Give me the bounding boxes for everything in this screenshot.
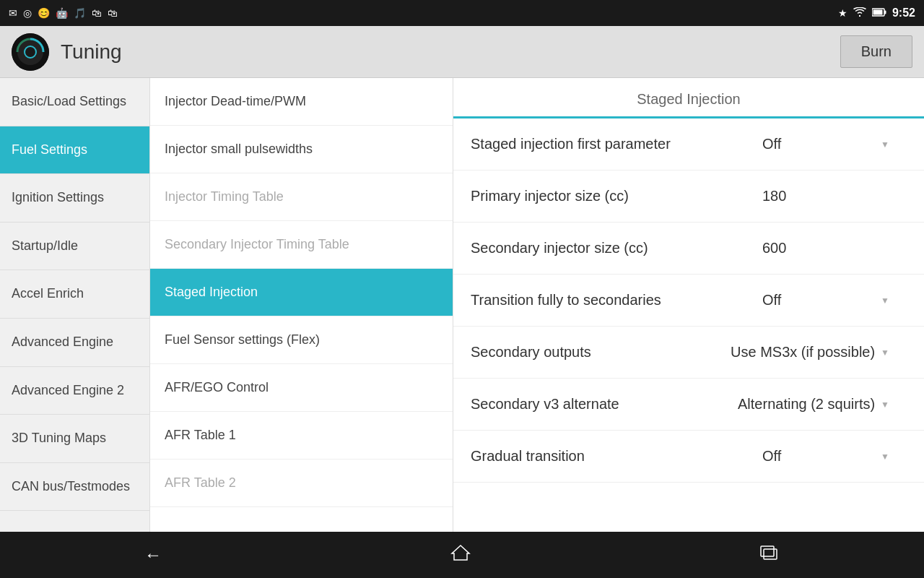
right-panel-title: Staged Injection (453, 78, 924, 118)
setting-value-transition-fully[interactable]: Off (762, 292, 907, 309)
setting-label-staged-first-param: Staged injection first parameter (471, 136, 762, 152)
sidebar-item-ignition-settings[interactable]: Ignition Settings (0, 174, 149, 223)
menu-item-secondary-injector-timing[interactable]: Secondary Injector Timing Table (150, 221, 453, 269)
battery-icon (872, 7, 886, 19)
menu-item-afr-ego[interactable]: AFR/EGO Control (150, 364, 453, 412)
status-icons-right: ★ 9:52 (838, 7, 915, 20)
setting-label-primary-injector-size: Primary injector size (cc) (471, 188, 762, 204)
sidebar-item-startup-idle[interactable]: Startup/Idle (0, 223, 149, 271)
main-content: Basic/Load Settings Fuel Settings Igniti… (0, 78, 924, 532)
app-icon-2: 🤖 (56, 7, 68, 19)
setting-row-secondary-v3[interactable]: Secondary v3 alternate Alternating (2 sq… (453, 379, 924, 431)
setting-row-secondary-injector-size[interactable]: Secondary injector size (cc) 600 (453, 223, 924, 275)
back-button[interactable]: ← (127, 539, 179, 571)
bottom-nav: ← (0, 532, 924, 578)
menu-item-staged-injection[interactable]: Staged Injection (150, 269, 453, 316)
setting-row-gradual-transition[interactable]: Gradual transition Off (453, 431, 924, 483)
setting-value-staged-first-param[interactable]: Off (762, 136, 907, 152)
sidebar-item-basic-load[interactable]: Basic/Load Settings (0, 78, 149, 126)
sidebar-item-fuel-settings[interactable]: Fuel Settings (0, 126, 149, 175)
setting-value-gradual-transition[interactable]: Off (762, 448, 907, 465)
setting-label-gradual-transition: Gradual transition (471, 448, 762, 465)
sidebar-item-advanced-engine[interactable]: Advanced Engine (0, 319, 149, 367)
svg-rect-8 (764, 549, 777, 559)
menu-item-fuel-sensor[interactable]: Fuel Sensor settings (Flex) (150, 316, 453, 364)
sidebar-item-3d-tuning[interactable]: 3D Tuning Maps (0, 415, 149, 463)
status-time: 9:52 (892, 7, 915, 20)
svg-rect-1 (884, 11, 886, 14)
gmail-icon: ✉ (9, 7, 17, 19)
app-logo (12, 33, 49, 71)
app-bar: Tuning Burn (0, 26, 924, 78)
menu-item-injector-deadtime[interactable]: Injector Dead-time/PWM (150, 78, 453, 126)
svg-rect-7 (761, 546, 774, 556)
setting-value-secondary-v3[interactable]: Alternating (2 squirts) (738, 396, 907, 413)
menu-item-afr-table-2[interactable]: AFR Table 2 (150, 460, 453, 507)
sidebar-item-can-bus[interactable]: CAN bus/Testmodes (0, 463, 149, 512)
app-icon-4: 🛍 (92, 7, 102, 19)
wifi-icon (853, 7, 866, 20)
setting-row-transition-fully[interactable]: Transition fully to secondaries Off (453, 275, 924, 327)
setting-label-secondary-outputs: Secondary outputs (471, 344, 731, 361)
app-title: Tuning (61, 40, 840, 64)
svg-marker-6 (452, 545, 469, 560)
app-icon-5: 🛍 (108, 7, 118, 19)
status-bar: ✉ ◎ 😊 🤖 🎵 🛍 🛍 ★ 9:52 (0, 0, 924, 26)
setting-row-staged-first-param[interactable]: Staged injection first parameter Off (453, 118, 924, 171)
sidebar-item-accel-enrich[interactable]: Accel Enrich (0, 270, 149, 319)
menu-item-afr-table-1[interactable]: AFR Table 1 (150, 412, 453, 460)
sidebar-item-advanced-engine-2[interactable]: Advanced Engine 2 (0, 367, 149, 415)
right-panel: Staged Injection Staged injection first … (453, 78, 924, 532)
setting-row-secondary-outputs[interactable]: Secondary outputs Use MS3x (if possible) (453, 327, 924, 379)
bluetooth-icon: ★ (838, 7, 847, 19)
menu-item-injector-small[interactable]: Injector small pulsewidths (150, 126, 453, 173)
app-icon-1: 😊 (38, 7, 50, 19)
setting-label-secondary-v3: Secondary v3 alternate (471, 396, 738, 413)
setting-row-primary-injector-size[interactable]: Primary injector size (cc) 180 (453, 171, 924, 223)
app-icon-3: 🎵 (74, 7, 86, 19)
svg-point-5 (25, 46, 36, 58)
burn-button[interactable]: Burn (840, 35, 912, 68)
svg-rect-2 (873, 10, 882, 15)
maps-icon: ◎ (23, 7, 32, 19)
setting-label-transition-fully: Transition fully to secondaries (471, 292, 762, 309)
status-icons-left: ✉ ◎ 😊 🤖 🎵 🛍 🛍 (9, 7, 118, 19)
setting-value-primary-injector-size[interactable]: 180 (762, 188, 907, 204)
setting-value-secondary-injector-size[interactable]: 600 (762, 240, 907, 256)
middle-panel: Injector Dead-time/PWM Injector small pu… (150, 78, 453, 532)
menu-item-injector-timing[interactable]: Injector Timing Table (150, 173, 453, 221)
home-button[interactable] (433, 538, 488, 571)
setting-value-secondary-outputs[interactable]: Use MS3x (if possible) (731, 344, 907, 361)
left-nav: Basic/Load Settings Fuel Settings Igniti… (0, 78, 150, 532)
recent-apps-button[interactable] (742, 539, 797, 571)
setting-label-secondary-injector-size: Secondary injector size (cc) (471, 240, 762, 256)
